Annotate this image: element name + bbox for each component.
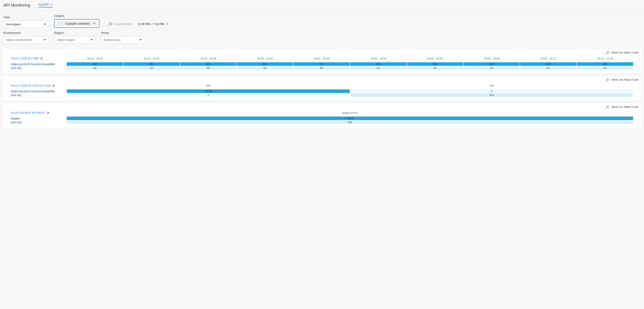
- chevron-down-icon: [166, 23, 169, 25]
- proxy-label: Proxy: [101, 31, 144, 35]
- column-header: 18:24 - 18:30: [124, 55, 180, 62]
- heatmap-cell[interactable]: 65: [294, 66, 350, 70]
- column-header: apigee-errors: [67, 110, 633, 116]
- page-title: API Monitoring: [3, 3, 30, 8]
- region-placeholder: Select region: [57, 38, 75, 42]
- alert-link[interactable]: ALERT: [38, 3, 52, 8]
- controls-area: View investigate Graphs 3 graphs selecte…: [0, 11, 644, 47]
- swap-icon: [52, 84, 55, 87]
- time-range-value: 6:18 PM - 7:18 PM: [138, 22, 164, 26]
- row-label: steps.json2xml.SourceUnavailable: [11, 62, 66, 66]
- column-header: 18:54 - 19:00: [407, 55, 463, 62]
- row-label: (not set): [11, 93, 66, 97]
- column-header: 19:12 - 19:18: [577, 55, 633, 62]
- show-2xx-label: Show 2xx Status Code: [611, 105, 638, 108]
- show-2xx-toggle[interactable]: [603, 106, 609, 108]
- heatmap-cell[interactable]: 441: [350, 62, 406, 66]
- heatmap-cell[interactable]: 421: [180, 62, 236, 66]
- heatmap-cell[interactable]: 62: [350, 66, 406, 70]
- proxy-select[interactable]: Select proxy: [101, 36, 144, 43]
- heatmap-cell[interactable]: 441: [294, 62, 350, 66]
- show-2xx-toggle[interactable]: [603, 78, 609, 81]
- row-label: (not set): [11, 66, 66, 70]
- heatmap-cell[interactable]: 634: [67, 121, 633, 124]
- panel-fault-by-time: Show 2xx Status Code FAULT CODE BY TIME …: [2, 48, 642, 74]
- view-label: View: [3, 16, 48, 19]
- swap-icon: [40, 57, 43, 60]
- column-header: 19:00 - 19:06: [464, 55, 520, 62]
- view-value: investigate: [6, 23, 21, 26]
- chevron-down-icon: [44, 39, 46, 41]
- heatmap-cell[interactable]: 445: [577, 62, 633, 66]
- column-header: 18:30 - 18:36: [180, 55, 236, 62]
- heatmap-cell[interactable]: 65: [180, 66, 236, 70]
- heatmap-cell[interactable]: 443: [464, 62, 520, 66]
- heatmap-cell[interactable]: 4418: [67, 89, 350, 93]
- row-label: Apigee: [11, 117, 66, 120]
- column-header: 18:36 - 18:42: [237, 55, 293, 62]
- view-select[interactable]: investigate: [3, 21, 48, 28]
- time-range-select[interactable]: 6:18 PM - 7:18 PM: [138, 20, 169, 28]
- show-2xx-label: Show 2xx Status Code: [611, 51, 638, 54]
- swap-icon: [47, 111, 50, 114]
- chevron-down-icon: [44, 24, 46, 25]
- heatmap-cell[interactable]: 461: [124, 62, 180, 66]
- heatmap-cell[interactable]: 62: [124, 66, 180, 70]
- column-header: 19:06 - 19:12: [520, 55, 576, 62]
- show-2xx-label: Show 2xx Status Code: [611, 78, 638, 81]
- heatmap-cell[interactable]: 442: [520, 62, 576, 66]
- heatmap-cell[interactable]: 63: [237, 66, 293, 70]
- chevron-down-icon: [140, 39, 142, 41]
- region-label: Region: [54, 31, 95, 35]
- auto-refresh-toggle[interactable]: [105, 22, 112, 26]
- heatmap-cell[interactable]: 4418: [67, 117, 633, 120]
- alert-link-label: ALERT: [38, 3, 49, 7]
- environment-placeholder: Select environment: [6, 38, 32, 42]
- auto-refresh-label: Auto Refresh: [115, 22, 133, 26]
- graphs-label: Graphs: [54, 14, 100, 18]
- chevron-down-icon: [94, 23, 95, 24]
- heatmap-cell[interactable]: 64: [520, 66, 576, 70]
- region-select[interactable]: Select region: [54, 36, 95, 43]
- heatmap-cell[interactable]: 63: [407, 66, 463, 70]
- heatmap-cell[interactable]: 0: [350, 89, 633, 93]
- graphs-select[interactable]: 3 graphs selected: [54, 19, 100, 28]
- heatmap-cell[interactable]: 63: [577, 66, 633, 70]
- page-header: API Monitoring ALERT: [0, 0, 644, 11]
- row-label: (not set): [11, 121, 66, 124]
- graphs-value: 3 graphs selected: [65, 22, 90, 25]
- external-link-icon: [50, 4, 52, 6]
- heatmap-cell[interactable]: 444: [67, 62, 123, 66]
- column-header: 18:18 - 18:24: [67, 55, 123, 62]
- heatmap-cell[interactable]: 64: [67, 66, 123, 70]
- svg-line-0: [51, 4, 52, 5]
- column-header: 500: [67, 82, 350, 89]
- environment-select[interactable]: Select environment: [3, 36, 48, 43]
- column-header: 18:42 - 18:48: [294, 55, 350, 62]
- heatmap-cell[interactable]: 0: [67, 93, 350, 97]
- heatmap-cell[interactable]: 634: [350, 93, 633, 97]
- heatmap-cell[interactable]: 436: [407, 62, 463, 66]
- heatmap-cell[interactable]: 63: [464, 66, 520, 70]
- row-label: steps.json2xml.SourceUnavailable: [11, 89, 66, 93]
- panel-title[interactable]: FAULT SOURCE BY PROXY: [11, 109, 66, 116]
- panel-fault-by-proxy: Show 2xx Status Code FAULT SOURCE BY PRO…: [2, 103, 642, 128]
- panel-fault-by-status: Show 2xx Status Code FAULT CODE BY STATU…: [2, 76, 642, 101]
- panel-title[interactable]: FAULT CODE BY STATUS CODE: [11, 82, 66, 89]
- show-2xx-toggle[interactable]: [603, 51, 609, 54]
- chevron-down-icon: [90, 39, 93, 41]
- panel-title[interactable]: FAULT CODE BY TIME: [11, 55, 66, 62]
- column-header: 200: [350, 82, 633, 89]
- environment-label: Environment: [3, 31, 48, 35]
- column-header: 18:48 - 18:54: [350, 55, 406, 62]
- proxy-placeholder: Select proxy: [104, 38, 121, 42]
- heatmap-cell[interactable]: 444: [237, 62, 293, 66]
